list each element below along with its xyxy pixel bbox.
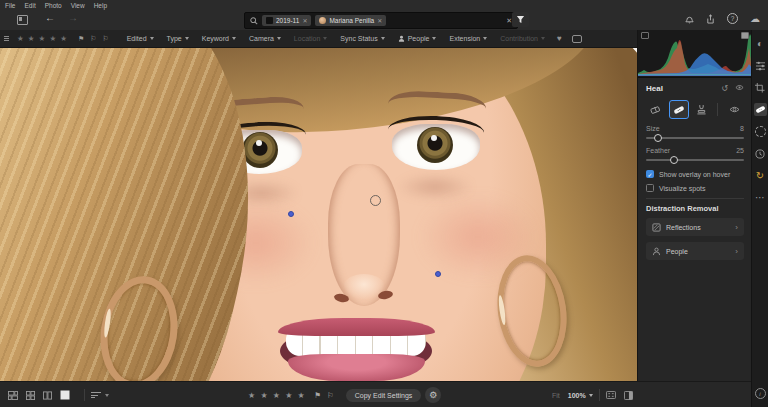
sort-icon[interactable] <box>91 392 101 398</box>
photo-canvas[interactable] <box>0 48 637 381</box>
sync-status-icon[interactable]: ↻ <box>754 169 767 182</box>
more-options-icon[interactable]: ⋯ <box>754 191 767 204</box>
bottom-bar: ★ ★ ★ ★ ★ ⚑ ⚐ Copy Edit Settings ⚙ Fit 1… <box>0 381 751 407</box>
rating-filter-stars[interactable]: ★ ★ ★ ★ ★ <box>17 34 68 43</box>
show-overlay-checkbox[interactable]: ✓ <box>646 170 654 178</box>
heal-rail-icon[interactable] <box>754 103 767 116</box>
size-label: Size <box>646 125 660 132</box>
flag-filter-icons[interactable]: ⚑ ⚐ ⚐ <box>78 35 111 43</box>
heal-panel-header: Heal ↺ <box>646 84 744 93</box>
size-slider[interactable] <box>646 137 744 139</box>
back-arrow-icon[interactable]: ← <box>45 12 55 23</box>
edit-panel: Heal ↺ <box>637 30 751 381</box>
comment-icon[interactable] <box>572 35 582 43</box>
compare-view-icon[interactable] <box>43 391 52 400</box>
remove-tag-icon[interactable]: ✕ <box>302 17 307 24</box>
search-tag-date[interactable]: 2019-11 ✕ <box>262 15 311 26</box>
visualize-checkbox-row: Visualize spots <box>646 184 744 192</box>
show-original-icon[interactable] <box>606 391 616 399</box>
filter-contribution: Contribution <box>500 35 545 42</box>
cloud-sync-icon[interactable]: ☁ <box>750 13 760 24</box>
overlay-checkbox-row: ✓ Show overlay on hover <box>646 170 744 178</box>
show-edits-eye-icon[interactable] <box>735 84 744 93</box>
search-tag-label: Mariana Penilla <box>329 17 374 24</box>
size-slider-row: Size 8 <box>646 125 744 132</box>
heal-spot-circle[interactable] <box>370 195 381 206</box>
heal-panel-title: Heal <box>646 84 663 93</box>
visualize-spots-checkbox[interactable] <box>646 184 654 192</box>
photo-flag-icons[interactable]: ⚑ ⚐ <box>314 391 336 400</box>
search-input[interactable]: 2019-11 ✕ Mariana Penilla ✕ ✕ <box>244 12 518 29</box>
menu-help[interactable]: Help <box>94 2 107 9</box>
detail-view-icon[interactable] <box>60 390 70 400</box>
collapse-filters-icon[interactable] <box>4 36 9 41</box>
filter-keyword[interactable]: Keyword <box>202 35 236 42</box>
notifications-bell-icon[interactable] <box>685 14 694 24</box>
info-icon[interactable]: i <box>755 388 766 399</box>
filter-location: Location <box>294 35 327 42</box>
visualize-eye-icon <box>729 105 740 114</box>
edit-sliders-icon[interactable] <box>754 59 767 72</box>
feather-slider-knob[interactable] <box>670 156 678 164</box>
chevron-right-icon: › <box>735 247 738 256</box>
filter-edited[interactable]: Edited <box>127 35 154 42</box>
search-tag-person[interactable]: Mariana Penilla ✕ <box>315 15 386 26</box>
filter-funnel-button[interactable] <box>512 12 529 27</box>
zoom-level-dropdown[interactable]: 100% <box>568 392 593 399</box>
lightroom-window: File Edit Photo View Help ← → 2019-11 ✕ … <box>0 0 768 407</box>
heal-bandaid-icon <box>673 105 685 115</box>
square-grid-view-icon[interactable] <box>26 391 35 400</box>
remove-eraser-icon <box>650 105 661 114</box>
share-icon[interactable] <box>706 14 715 24</box>
menu-view[interactable]: View <box>71 2 85 9</box>
split-view-icon[interactable] <box>624 391 633 400</box>
adjust-icon[interactable]: ◐ <box>754 37 767 50</box>
help-icon[interactable]: ? <box>727 13 738 24</box>
funnel-icon <box>516 15 525 24</box>
masking-icon[interactable] <box>754 125 767 138</box>
heal-spot-dot[interactable] <box>288 211 294 217</box>
clone-tool-button[interactable] <box>692 100 712 119</box>
filter-camera[interactable]: Camera <box>249 35 281 42</box>
reset-icon[interactable]: ↺ <box>721 84 728 93</box>
histogram-clipping-right-icon[interactable] <box>741 32 749 39</box>
heal-spot-dot[interactable] <box>435 271 441 277</box>
heal-tools-row <box>646 100 744 119</box>
crop-icon[interactable] <box>754 81 767 94</box>
distraction-removal-header: Distraction Removal <box>646 204 744 213</box>
remove-tool-button[interactable] <box>646 100 666 119</box>
heal-tool-button[interactable] <box>669 100 689 119</box>
sort-caret-icon[interactable] <box>105 394 109 397</box>
filter-extension[interactable]: Extension <box>449 35 487 42</box>
feather-label: Feather <box>646 147 670 154</box>
person-avatar <box>319 17 326 24</box>
reflections-button[interactable]: Reflections › <box>646 218 744 236</box>
menu-file[interactable]: File <box>5 2 15 9</box>
person-icon <box>398 35 405 42</box>
feather-value: 25 <box>736 147 744 154</box>
panels-toggle-icon[interactable] <box>17 15 28 25</box>
histogram[interactable] <box>638 30 752 78</box>
remove-tag-icon[interactable]: ✕ <box>377 17 382 24</box>
menu-edit[interactable]: Edit <box>24 2 35 9</box>
people-button[interactable]: People › <box>646 242 744 260</box>
search-icon <box>250 17 258 25</box>
versions-clock-icon[interactable] <box>754 147 767 160</box>
photo-grid-view-icon[interactable] <box>8 391 18 400</box>
zoom-fit-button[interactable]: Fit <box>552 392 560 399</box>
filter-bar: ★ ★ ★ ★ ★ ⚑ ⚐ ⚐ Edited Type Keyword Came… <box>0 30 637 48</box>
size-slider-knob[interactable] <box>654 134 662 142</box>
settings-gear-icon[interactable]: ⚙ <box>425 387 441 403</box>
size-value: 8 <box>740 125 744 132</box>
forward-arrow-icon: → <box>68 12 78 23</box>
filter-type[interactable]: Type <box>167 35 189 42</box>
filter-sync-status[interactable]: Sync Status <box>340 35 384 42</box>
filter-people[interactable]: People <box>398 35 437 42</box>
favorite-heart-icon[interactable]: ♥ <box>557 34 562 43</box>
histogram-clipping-left-icon[interactable] <box>641 32 649 39</box>
visualize-spots-button[interactable] <box>724 100 744 119</box>
menu-photo[interactable]: Photo <box>45 2 62 9</box>
feather-slider[interactable] <box>646 159 744 161</box>
copy-edit-settings-button[interactable]: Copy Edit Settings <box>346 389 422 402</box>
photo-rating-stars[interactable]: ★ ★ ★ ★ ★ <box>248 391 306 400</box>
